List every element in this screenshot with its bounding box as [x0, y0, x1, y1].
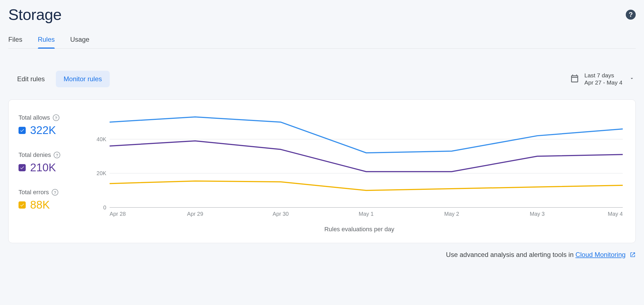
cloud-monitoring-link[interactable]: Cloud Monitoring [575, 251, 625, 258]
chart-area: 020K40KApr 28Apr 29Apr 30May 1May 2May 3… [93, 111, 625, 233]
legend-denies-value: 210K [30, 161, 56, 174]
tab-rules[interactable]: Rules [38, 33, 55, 48]
line-chart: 020K40KApr 28Apr 29Apr 30May 1May 2May 3… [93, 111, 625, 221]
date-range-label: Last 7 days [584, 72, 622, 79]
tab-files[interactable]: Files [8, 33, 22, 48]
legend-item-allows: Total allows ? 322K [19, 114, 82, 136]
legend-denies-label: Total denies [19, 151, 51, 159]
date-range-text: Last 7 days Apr 27 - May 4 [584, 72, 622, 86]
date-range-value: Apr 27 - May 4 [584, 79, 622, 86]
rules-subtabs: Edit rules Monitor rules [9, 71, 110, 87]
legend-allows-value: 322K [30, 124, 56, 136]
chart-legend: Total allows ? 322K Total denies ? 210K … [19, 111, 82, 233]
help-circle-icon[interactable]: ? [54, 152, 60, 158]
subtab-edit-rules[interactable]: Edit rules [9, 71, 53, 87]
legend-item-errors: Total errors ? 88K [19, 189, 82, 211]
subtab-monitor-rules[interactable]: Monitor rules [56, 71, 110, 87]
calendar-icon [570, 74, 579, 84]
tab-usage[interactable]: Usage [70, 33, 89, 48]
svg-text:0: 0 [103, 204, 106, 211]
svg-text:40K: 40K [96, 136, 106, 142]
svg-text:May 2: May 2 [444, 211, 459, 217]
svg-text:May 4: May 4 [608, 211, 623, 217]
svg-text:May 3: May 3 [530, 211, 545, 217]
legend-allows-label: Total allows [19, 114, 50, 121]
checkbox-errors[interactable] [19, 201, 26, 209]
page-title: Storage [8, 6, 62, 23]
main-tabs: Files Rules Usage [8, 33, 636, 49]
legend-errors-value: 88K [30, 199, 50, 211]
chart-card: Total allows ? 322K Total denies ? 210K … [8, 99, 636, 243]
external-link-icon [630, 252, 636, 259]
help-circle-icon[interactable]: ? [52, 189, 58, 196]
svg-text:Apr 28: Apr 28 [110, 211, 126, 217]
checkbox-allows[interactable] [19, 127, 26, 134]
footer-prefix: Use advanced analysis and alerting tools… [446, 251, 575, 258]
chevron-down-icon [627, 76, 635, 82]
legend-errors-label: Total errors [19, 189, 49, 196]
chart-xlabel: Rules evaluations per day [93, 226, 625, 233]
svg-text:May 1: May 1 [359, 211, 374, 217]
date-range-picker[interactable]: Last 7 days Apr 27 - May 4 [570, 72, 635, 86]
footer-text: Use advanced analysis and alerting tools… [8, 251, 636, 259]
svg-text:Apr 29: Apr 29 [187, 211, 203, 217]
help-circle-icon[interactable]: ? [53, 114, 59, 121]
svg-text:20K: 20K [96, 170, 106, 176]
help-icon[interactable]: ? [626, 10, 636, 20]
legend-item-denies: Total denies ? 210K [19, 151, 82, 174]
checkbox-denies[interactable] [19, 164, 26, 171]
svg-text:Apr 30: Apr 30 [273, 211, 289, 217]
